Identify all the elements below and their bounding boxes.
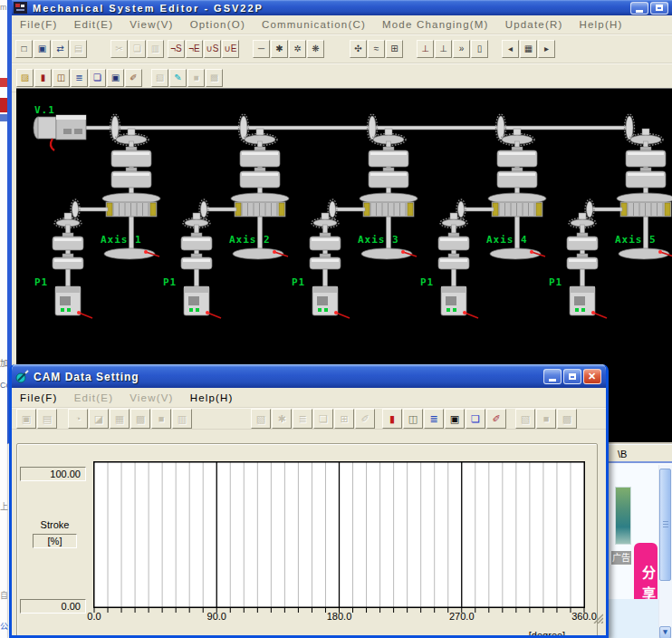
y-min-value-box: 0.00 xyxy=(20,599,86,614)
menu-file[interactable]: File(F) xyxy=(12,392,66,403)
open-project-button[interactable]: ▨ xyxy=(16,69,34,87)
output-axis-1-button[interactable]: ⊥ xyxy=(417,40,434,58)
menu-option[interactable]: Option(O) xyxy=(182,19,254,30)
gear-tool-2-icon: ✲ xyxy=(293,44,301,53)
axis-unit-5[interactable]: Axis 5P1 xyxy=(549,114,672,318)
cam-data-setting-window: CAM Data Setting ✕ File(F)Edit(E)View(V)… xyxy=(9,364,609,638)
browser-scrollbar[interactable]: ▾ xyxy=(658,465,672,638)
cam-calc-button: ▧ xyxy=(251,409,271,429)
next-page-icon: ▸ xyxy=(544,44,549,53)
next-page-button[interactable]: ▸ xyxy=(538,40,555,58)
cam-grid-button: ▦ xyxy=(110,409,130,429)
cam-reserved-1-button: ■ xyxy=(536,409,556,429)
main-titlebar[interactable]: Mechanical System Editor - GSV22P xyxy=(12,0,672,15)
axis-unit-4[interactable]: Axis 4P1 xyxy=(420,114,546,318)
axis-unit-2[interactable]: Axis 2P1 xyxy=(163,114,289,318)
prev-page-icon: ◂ xyxy=(508,44,513,53)
main-menubar: File(F)Edit(E)View(V)Option(O)Communicat… xyxy=(12,15,672,34)
cam-start-point-button[interactable]: ¬S xyxy=(168,40,185,58)
save-to-controller-icon: ⇄ xyxy=(56,44,63,53)
maximize-button[interactable] xyxy=(650,2,668,14)
output-axis-2-button[interactable]: ⊥ xyxy=(435,40,452,58)
menu-help[interactable]: Help(H) xyxy=(182,392,242,403)
output-label: P1 xyxy=(34,276,48,288)
grid-view-button[interactable]: ▦ xyxy=(520,40,537,58)
gear-tool-2-button[interactable]: ✲ xyxy=(289,40,306,58)
drum-editor-button[interactable]: ◫ xyxy=(53,69,70,87)
resize-grip[interactable] xyxy=(592,613,603,624)
cam-table-icon: ▥ xyxy=(178,414,187,423)
cam-end-point-button[interactable]: ¬E xyxy=(186,40,203,58)
screen-setting-button[interactable]: ▣ xyxy=(107,69,124,87)
menu-file[interactable]: File(F) xyxy=(12,19,66,30)
copy-window-button[interactable]: ❏ xyxy=(89,69,106,87)
cam-screen-button[interactable]: ▣ xyxy=(445,409,465,429)
sequence-editor-button[interactable]: ≣ xyxy=(71,69,88,87)
y-max-value-box: 100.00 xyxy=(20,467,86,481)
option-setup-button[interactable]: ✐ xyxy=(125,69,142,87)
cam-plot-area[interactable] xyxy=(93,461,585,614)
save-button[interactable]: ▣ xyxy=(34,40,51,58)
browser-photo-thumbnail[interactable] xyxy=(615,487,631,545)
minimize-button[interactable] xyxy=(630,2,648,14)
clutch-tool-button[interactable]: ✣ xyxy=(350,40,367,58)
cam-draw-button: ◪ xyxy=(89,409,109,429)
gear-tool-1-button[interactable]: ✱ xyxy=(271,40,288,58)
cam-maximize-button[interactable] xyxy=(563,369,581,384)
phase-change-button[interactable]: » xyxy=(453,40,470,58)
cam-tool-button: ✐ xyxy=(355,409,375,429)
scrollbar-thumb[interactable] xyxy=(659,469,671,581)
cam-close-button[interactable]: ✕ xyxy=(583,369,601,384)
limit-end-button[interactable]: ∪E xyxy=(222,40,239,58)
menu-view[interactable]: View(V) xyxy=(121,392,181,403)
cam-window-title: CAM Data Setting xyxy=(34,371,139,383)
differential-gear-button[interactable]: ⊞ xyxy=(386,40,403,58)
menu-view[interactable]: View(V) xyxy=(121,19,181,30)
cam-data-button[interactable]: ▯ xyxy=(471,40,488,58)
axis-unit-1[interactable]: Axis 1P1 xyxy=(34,114,160,318)
menu-communication[interactable]: Communication(C) xyxy=(254,19,374,30)
speed-change-gear-button[interactable]: ≈ xyxy=(368,40,385,58)
cam-wrench-button[interactable]: ✐ xyxy=(486,409,506,429)
menu-update[interactable]: Update(R) xyxy=(497,19,571,30)
save-to-controller-button[interactable]: ⇄ xyxy=(52,40,69,58)
cam-reserved-2-icon: ▩ xyxy=(562,414,571,423)
maximize-icon xyxy=(569,373,576,380)
cam-file-button[interactable]: ▮ xyxy=(382,409,402,429)
cam-wrench-icon: ✐ xyxy=(492,414,500,423)
menu-help[interactable]: Help(H) xyxy=(571,19,630,30)
reserved-2-icon: ▩ xyxy=(210,73,218,82)
shaft-tool-button[interactable]: ─ xyxy=(253,40,270,58)
cam-titlebar[interactable]: CAM Data Setting ✕ xyxy=(12,364,606,388)
menu-mode-changing[interactable]: Mode Changing(M) xyxy=(374,19,497,30)
cam-machine-button: ✱ xyxy=(272,409,292,429)
scrollbar-down-button[interactable]: ▾ xyxy=(659,626,671,638)
cam-minimize-button[interactable] xyxy=(543,369,562,384)
cam-clutch-button[interactable]: ◫ xyxy=(403,409,423,429)
browser-titlebar: \B xyxy=(609,445,672,463)
axis-label: Axis 4 xyxy=(486,234,528,246)
axis-label: Axis 1 xyxy=(101,234,142,246)
test-mode-button: ▧ xyxy=(151,69,168,87)
gear-tool-3-button[interactable]: ❋ xyxy=(307,40,324,58)
output-label: P1 xyxy=(549,276,562,288)
cam-monitor-button[interactable]: ❏ xyxy=(466,409,485,429)
cam-test-button: ▧ xyxy=(515,409,535,429)
limit-start-button[interactable]: ∪S xyxy=(204,40,221,58)
cam-edit-button[interactable]: ✎ xyxy=(169,69,187,87)
screen-setting-icon: ▣ xyxy=(111,73,120,82)
cam-sequence-setting-button[interactable]: ≣ xyxy=(424,409,444,429)
menu-edit[interactable]: Edit(E) xyxy=(66,392,122,403)
menu-edit[interactable]: Edit(E) xyxy=(66,19,122,30)
axis-label: Axis 3 xyxy=(358,234,399,246)
prev-page-button[interactable]: ◂ xyxy=(502,40,519,58)
new-file-button[interactable]: □ xyxy=(15,40,33,58)
drive-motor[interactable]: V.1 xyxy=(34,104,86,150)
differential-gear-icon: ⊞ xyxy=(390,44,398,53)
x-axis-tick-label: 180.0 xyxy=(327,611,352,622)
background-fragment-block xyxy=(0,114,7,121)
axis-unit-3[interactable]: Axis 3P1 xyxy=(292,114,418,318)
cut-button: ✂ xyxy=(110,40,128,58)
machine-editor-button[interactable]: ▮ xyxy=(34,69,52,87)
thumb-grip-line xyxy=(663,527,668,527)
